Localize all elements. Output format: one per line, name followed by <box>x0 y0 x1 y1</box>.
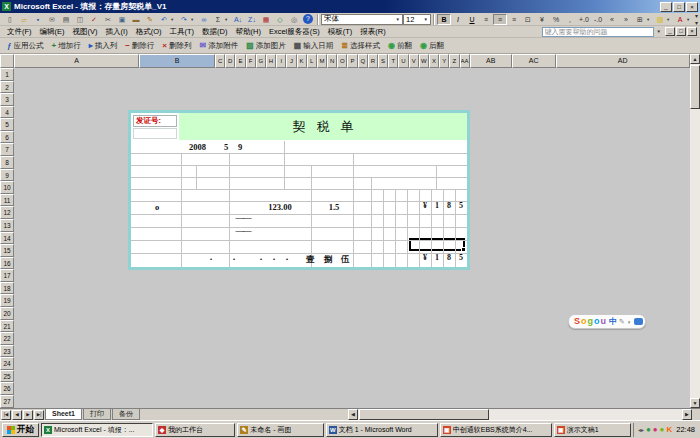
row-header-6[interactable]: 6 <box>0 131 14 144</box>
horizontal-scroll-thumb[interactable] <box>359 409 489 420</box>
row-header-1[interactable]: 1 <box>0 68 14 81</box>
row-header-4[interactable]: 4 <box>0 106 14 119</box>
tab-nav-icon-4[interactable]: ▶| <box>34 410 44 420</box>
cut-icon[interactable]: ✂ <box>101 14 115 25</box>
paste-icon[interactable]: ▬ <box>129 14 143 25</box>
row-header-26[interactable]: 26 <box>0 382 14 395</box>
total-digit-2[interactable]: 8 <box>443 253 455 262</box>
chevron-down-icon[interactable]: ▼ <box>422 17 428 22</box>
row-header-20[interactable]: 20 <box>0 307 14 320</box>
tab-nav-icon-1[interactable]: |◀ <box>1 410 11 420</box>
menu-item-11[interactable]: 报表(R) <box>356 27 389 37</box>
column-header-d[interactable]: D <box>225 54 235 68</box>
tray-icon-4[interactable]: K <box>666 424 672 436</box>
taskbar-task-5[interactable]: ▣中创通软EBS系统简介4... <box>440 423 552 437</box>
tab-nav-icon-3[interactable]: ▶ <box>23 410 33 420</box>
column-header-n[interactable]: N <box>327 54 337 68</box>
date-year-cell[interactable]: 2008 <box>189 142 206 152</box>
tax-digit-1[interactable]: 1 <box>431 201 443 210</box>
insert-column-button[interactable]: ▸插入列 <box>85 39 122 53</box>
minimize-button[interactable]: _ <box>660 2 672 12</box>
workbook-close-button[interactable]: × <box>687 27 697 36</box>
scroll-down-icon[interactable]: ▼ <box>690 398 700 408</box>
row-header-7[interactable]: 7 <box>0 143 14 156</box>
tray-expand-icon[interactable]: ◂▸ <box>638 426 644 433</box>
tax-digit-2[interactable]: 8 <box>443 201 455 210</box>
underline-icon[interactable]: U <box>465 14 479 25</box>
column-header-e[interactable]: E <box>235 54 245 68</box>
column-header-g[interactable]: G <box>256 54 266 68</box>
select-all-corner[interactable] <box>0 54 14 68</box>
font-name-combo[interactable]: 宋体 ▼ <box>321 14 403 25</box>
tax-digit-3[interactable]: 5 <box>455 201 467 210</box>
cap-char-2[interactable]: 捌 <box>324 254 333 266</box>
start-button[interactable]: 开始 <box>2 423 39 437</box>
column-header-l[interactable]: L <box>307 54 317 68</box>
row-header-18[interactable]: 18 <box>0 282 14 295</box>
menu-item-2[interactable]: 编辑(E) <box>36 27 69 37</box>
column-header-q[interactable]: Q <box>358 54 368 68</box>
autosum-icon[interactable]: Σ <box>211 14 225 25</box>
font-color-icon[interactable]: A <box>673 14 687 25</box>
delete-row-button[interactable]: −删除行 <box>121 39 158 53</box>
copy-icon[interactable]: ▣ <box>115 14 129 25</box>
help-icon[interactable]: ? <box>303 14 313 24</box>
menu-item-9[interactable]: Excel服务器(S) <box>265 27 324 37</box>
ime-tool-icon-1[interactable]: ✎ <box>618 318 625 326</box>
row-header-3[interactable]: 3 <box>0 93 14 106</box>
column-header-z[interactable]: Z <box>449 54 459 68</box>
page-next-button[interactable]: ◉后翻 <box>416 39 448 53</box>
column-header-f[interactable]: F <box>246 54 256 68</box>
format-painter-icon[interactable]: ✎ <box>143 14 157 25</box>
add-row-button[interactable]: +增加行 <box>47 39 84 53</box>
column-header-u[interactable]: U <box>398 54 408 68</box>
cert-number-label[interactable]: 发证号: <box>133 115 177 127</box>
owner-cell[interactable]: o <box>155 202 159 212</box>
row-header-14[interactable]: 14 <box>0 232 14 245</box>
column-header-ad[interactable]: AD <box>556 54 690 68</box>
taskbar-task-6[interactable]: ▣演示文稿1 <box>554 423 631 437</box>
row-header-8[interactable]: 8 <box>0 156 14 169</box>
chevron-down-icon[interactable]: ▼ <box>394 17 400 22</box>
bold-icon[interactable]: B <box>437 14 451 25</box>
menu-item-1[interactable]: 文件(F) <box>3 27 36 37</box>
row-header-2[interactable]: 2 <box>0 81 14 94</box>
column-header-h[interactable]: H <box>266 54 276 68</box>
sheet-tab-2[interactable]: 打印 <box>83 409 111 420</box>
percent-icon[interactable]: % <box>549 14 563 25</box>
row-header-13[interactable]: 13 <box>0 219 14 232</box>
print-icon[interactable]: ▤ <box>59 14 73 25</box>
column-header-aa[interactable]: AA <box>460 54 470 68</box>
scroll-up-icon[interactable]: ▲ <box>690 54 700 64</box>
ime-keyboard-icon[interactable] <box>634 318 643 325</box>
column-header-p[interactable]: P <box>347 54 357 68</box>
menu-item-8[interactable]: 帮助(H) <box>232 27 265 37</box>
cap-char-1[interactable]: 壹 <box>306 254 315 266</box>
align-center-icon[interactable]: ≡ <box>493 14 507 25</box>
taskbar-task-3[interactable]: ✎未命名 - 画图 <box>237 423 323 437</box>
apply-formula-button[interactable]: ƒ应用公式 <box>3 39 47 53</box>
restore-button[interactable]: □ <box>673 2 685 12</box>
column-header-s[interactable]: S <box>378 54 388 68</box>
sogou-ime-bar[interactable]: Sogou 中 ✎◗ <box>568 314 646 329</box>
row-header-27[interactable]: 27 <box>0 395 14 408</box>
row-header-16[interactable]: 16 <box>0 257 14 270</box>
taskbar-clock[interactable]: 22:48 <box>674 425 695 434</box>
taskbar-task-2[interactable]: ◆我的工作台 <box>155 423 235 437</box>
sort-descending-icon[interactable]: Z↓ <box>245 14 259 25</box>
menu-item-7[interactable]: 数据(D) <box>198 27 231 37</box>
help-question-input[interactable] <box>542 27 654 37</box>
tab-nav-icon-2[interactable]: ◀ <box>12 410 22 420</box>
borders-icon[interactable]: ⊞ <box>633 14 647 25</box>
column-header-b[interactable]: B <box>139 54 215 68</box>
workbook-minimize-button[interactable]: _ <box>665 27 675 36</box>
page-prev-button[interactable]: ◉前翻 <box>384 39 416 53</box>
column-header-m[interactable]: M <box>317 54 327 68</box>
drawing-icon[interactable]: ◇ <box>273 14 287 25</box>
row-header-24[interactable]: 24 <box>0 357 14 370</box>
insert-date-button[interactable]: ▩输入日期 <box>290 39 338 53</box>
row-header-12[interactable]: 12 <box>0 206 14 219</box>
column-header-x[interactable]: X <box>429 54 439 68</box>
row-header-21[interactable]: 21 <box>0 320 14 333</box>
new-workbook-icon[interactable]: ▯ <box>3 14 17 25</box>
